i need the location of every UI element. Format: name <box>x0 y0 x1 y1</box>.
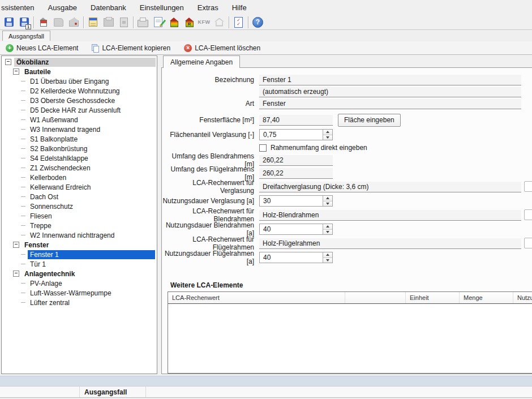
art-field[interactable]: Fenster <box>259 98 521 109</box>
tree-item-dach-ost[interactable]: Dach Ost <box>2 192 157 201</box>
collapse-icon[interactable] <box>13 68 19 75</box>
spin-up-icon[interactable] <box>323 224 332 230</box>
menu-item-extras[interactable]: Extras <box>191 1 225 14</box>
lca-fluegelrahmen-browse-button[interactable] <box>524 238 532 248</box>
lca-verglasung-browse-button[interactable] <box>524 181 532 192</box>
meter-button[interactable] <box>116 15 131 29</box>
spin-up-icon[interactable] <box>323 130 332 135</box>
save-button[interactable] <box>1 15 16 29</box>
rahmenumfang-checkbox[interactable] <box>259 144 267 152</box>
nutzung-blendrahmen-spinner[interactable] <box>323 224 332 234</box>
tree-item-fliesen[interactable]: Fliesen <box>2 211 157 221</box>
lca-verglasung-field[interactable]: Dreifachverglasung (Dicke: 3,6 cm) <box>259 182 521 192</box>
spin-up-icon[interactable] <box>323 196 332 201</box>
document-tab-strip: Ausgangsfall <box>0 30 532 41</box>
spin-down-icon[interactable] <box>323 230 332 235</box>
table-column-header-einheit[interactable]: Einheit <box>406 292 460 303</box>
menu-item-datenbank[interactable]: Datenbank <box>84 1 133 14</box>
tree-item-luft-wasser-wärmepumpe[interactable]: Luft-Wasser-Wärmepumpe <box>2 288 157 298</box>
save-as-button[interactable]: 1 <box>16 15 32 29</box>
bezeichnung-field[interactable]: Fenster 1 <box>259 75 521 85</box>
table-column-header-lca-rechenwert[interactable]: LCA-Rechenwert <box>168 292 345 303</box>
toolbar-separator <box>133 16 134 28</box>
tree-branch-line <box>21 81 25 81</box>
copier-button[interactable] <box>101 15 116 29</box>
tree-item-w1-außenwand[interactable]: W1 Außenwand <box>2 115 157 125</box>
energy-house-r-button[interactable]: R <box>181 15 196 29</box>
tree-item-kellerboden[interactable]: Kellerboden <box>2 173 157 182</box>
flaechenanteil-spinner[interactable] <box>323 130 332 140</box>
entry-button[interactable] <box>66 15 81 29</box>
house-outline-button[interactable] <box>212 15 227 29</box>
collapse-icon[interactable] <box>5 59 11 65</box>
menu-item-ausgabe[interactable]: Ausgabe <box>41 1 84 14</box>
building-gray-button[interactable] <box>51 15 66 29</box>
new-lca-element-button[interactable]: + Neues LCA-Element <box>3 44 80 53</box>
weitere-lca-elemente-table[interactable]: LCA-RechenwertEinheitMengeNutzu <box>168 291 532 374</box>
table-column-header-nutzu[interactable]: Nutzu <box>513 292 532 303</box>
lca-fluegelrahmen-field[interactable]: Holz-Flügelrahmen <box>259 238 521 249</box>
tree-item-s4-edelstahlklappe[interactable]: S4 Edelstahlklappe <box>2 153 157 163</box>
table-column-header-blank[interactable] <box>345 292 406 303</box>
nutzung-verglasung-field[interactable]: 30 <box>259 195 333 207</box>
help-button[interactable]: ? <box>250 15 265 29</box>
tree-item-d3-oberste-geschossdecke[interactable]: D3 Oberste Geschossdecke <box>2 96 157 105</box>
collapse-icon[interactable] <box>13 242 19 248</box>
tree-item-pv-anlage[interactable]: PV-Anlage <box>2 278 157 288</box>
tree-item-d2-kellerdecke-wohnnutzung[interactable]: D2 Kellerdecke Wohnnutzung <box>2 86 157 96</box>
flaechenanteil-field[interactable]: 0,75 <box>259 129 333 140</box>
tree-item-tür-1[interactable]: Tür 1 <box>2 259 157 269</box>
energy-house-button[interactable] <box>166 15 181 29</box>
menu-item-hilfe[interactable]: Hilfe <box>225 1 254 14</box>
collapse-icon[interactable] <box>13 271 19 277</box>
tree-item-fenster-1[interactable]: Fenster 1 <box>2 250 157 259</box>
table-column-header-menge[interactable]: Menge <box>460 292 513 303</box>
checklist-button[interactable]: ✓✓ <box>231 15 246 29</box>
tree-item-sonnenschutz[interactable]: Sonnenschutz <box>2 201 157 211</box>
lca-blendrahmen-field[interactable]: Holz-Blendrahmen <box>259 210 521 221</box>
tree-item-label: D3 Oberste Geschossdecke <box>28 96 117 105</box>
nutzung-fluegelrahmen-spinner[interactable] <box>323 252 332 263</box>
copy-icon <box>92 44 99 52</box>
copy-lca-element-button[interactable]: LCA-Element kopieren <box>89 44 173 53</box>
flaeche-eingeben-button[interactable]: Fläche eingeben <box>338 114 401 127</box>
nutzung-fluegelrahmen-field[interactable]: 40 <box>259 252 333 263</box>
nutzung-verglasung-spinner[interactable] <box>323 196 332 206</box>
tree-item-anlagentechnik[interactable]: Anlagentechnik <box>2 269 157 278</box>
tab-allgemeine-angaben[interactable]: Allgemeine Angaben <box>163 55 240 68</box>
flaechenanteil-label: Flächenanteil Verglasung [-] <box>162 131 259 139</box>
tree-item-s2-balkonbrüstung[interactable]: S2 Balkonbrüstung <box>2 144 157 153</box>
building-button[interactable] <box>36 15 51 29</box>
spin-up-icon[interactable] <box>323 252 332 258</box>
tab-ausgangsfall[interactable]: Ausgangsfall <box>2 31 50 41</box>
lca-blendrahmen-browse-button[interactable] <box>524 209 532 220</box>
tree-item-d1-überbau-über-eingang[interactable]: D1 Überbau über Eingang <box>2 76 157 86</box>
report-button[interactable] <box>151 15 166 29</box>
tree-item-bauteile[interactable]: Bauteile <box>2 67 157 76</box>
tree-item-kellerwand-erdreich[interactable]: Kellerwand Erdreich <box>2 182 157 192</box>
spin-down-icon[interactable] <box>323 201 332 207</box>
menu-item-einstellungen[interactable]: Einstellungen <box>133 1 191 14</box>
tree-item-w3-innenwand-tragend[interactable]: W3 Innenwand tragend <box>2 125 157 134</box>
delete-lca-element-button[interactable]: × LCA-Element löschen <box>182 44 263 53</box>
spin-down-icon[interactable] <box>323 258 332 263</box>
kfw-icon: KFW <box>198 19 211 25</box>
tree-item-fenster[interactable]: Fenster <box>2 240 157 250</box>
tree-item-treppe[interactable]: Treppe <box>2 221 157 230</box>
kfw-button[interactable]: KFW <box>196 15 212 29</box>
nutzung-blendrahmen-field[interactable]: 40 <box>259 224 333 235</box>
notepad-button[interactable] <box>85 15 101 29</box>
spin-down-icon[interactable] <box>323 135 332 140</box>
print-button[interactable] <box>135 15 151 29</box>
tree-branch-line <box>21 187 25 187</box>
toolbar-separator <box>229 16 229 28</box>
menu-item-ssistenten[interactable]: ssistenten <box>0 1 41 14</box>
tree-item-z1-zwischendecken[interactable]: Z1 Zwischendecken <box>2 163 157 173</box>
tree-item-lüfter-zentral[interactable]: Lüfter zentral <box>2 298 157 307</box>
detail-panel: Allgemeine Angaben Bezeichnung Fenster 1… <box>161 55 532 375</box>
tree-item-ökobilanz[interactable]: Ökobilanz <box>2 57 157 67</box>
tree-item-d5-decke-har-zur-aussenluft[interactable]: D5 Decke HAR zur Aussenluft <box>2 105 157 115</box>
toolbar-separator <box>33 16 34 28</box>
tree-item-w2-innenwand-nichttragend[interactable]: W2 Innenwand nichttragend <box>2 230 157 240</box>
tree-item-s1-balkonplatte[interactable]: S1 Balkonplatte <box>2 134 157 144</box>
